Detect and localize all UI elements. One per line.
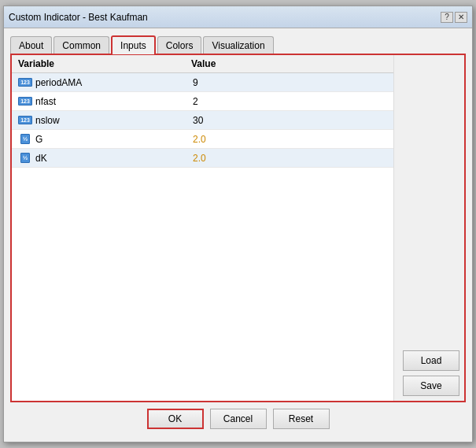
tab-colors[interactable]: Colors: [157, 36, 202, 54]
icon-123: 123: [18, 114, 32, 127]
tab-inputs[interactable]: Inputs: [111, 35, 156, 54]
load-button[interactable]: Load: [403, 350, 459, 371]
side-panel: Load Save: [393, 55, 464, 401]
var-value-nslow: 30: [193, 115, 387, 126]
title-bar: Custom Indicator - Best Kaufman ? ✕: [4, 6, 472, 28]
var-value-g: 2.0: [193, 134, 387, 145]
tab-content: Variable Value 123 periodAMA 9 123: [10, 54, 466, 402]
table-row[interactable]: 123 periodAMA 9: [12, 73, 393, 92]
icon-123: 123: [18, 95, 32, 108]
icon-123: 123: [18, 76, 32, 89]
var-value-periodama: 9: [193, 77, 387, 88]
reset-button[interactable]: Reset: [273, 409, 330, 429]
table-row[interactable]: ½ dK 2.0: [12, 149, 393, 168]
help-button[interactable]: ?: [441, 12, 453, 23]
window-body: About Common Inputs Colors Visualization…: [4, 28, 472, 442]
column-header-variable: Variable: [18, 58, 191, 69]
main-window: Custom Indicator - Best Kaufman ? ✕ Abou…: [3, 6, 473, 442]
var-value-dk: 2.0: [193, 153, 387, 164]
table-row[interactable]: 123 nslow 30: [12, 111, 393, 130]
var-name-nslow: nslow: [35, 115, 193, 126]
var-name-nfast: nfast: [35, 96, 193, 107]
icon-frac: ½: [18, 152, 32, 165]
var-name-dk: dK: [35, 153, 193, 164]
ok-button[interactable]: OK: [147, 409, 204, 429]
var-value-nfast: 2: [193, 96, 387, 107]
tab-common[interactable]: Common: [54, 36, 109, 54]
footer: OK Cancel Reset: [10, 402, 466, 435]
tab-bar: About Common Inputs Colors Visualization: [10, 35, 466, 54]
save-button[interactable]: Save: [403, 376, 459, 396]
window-title: Custom Indicator - Best Kaufman: [9, 12, 148, 23]
main-content: Variable Value 123 periodAMA 9 123: [12, 55, 464, 401]
var-name-g: G: [35, 134, 193, 145]
tab-visualization[interactable]: Visualization: [203, 36, 273, 54]
var-name-periodama: periodAMA: [35, 77, 193, 88]
table-row[interactable]: ½ G 2.0: [12, 130, 393, 149]
table-row[interactable]: 123 nfast 2: [12, 92, 393, 111]
icon-frac: ½: [18, 133, 32, 146]
close-button[interactable]: ✕: [455, 12, 467, 23]
table-header: Variable Value: [12, 55, 393, 73]
column-header-value: Value: [191, 58, 387, 69]
tab-about[interactable]: About: [10, 36, 52, 54]
cancel-button[interactable]: Cancel: [210, 409, 267, 429]
title-bar-buttons: ? ✕: [441, 12, 467, 23]
